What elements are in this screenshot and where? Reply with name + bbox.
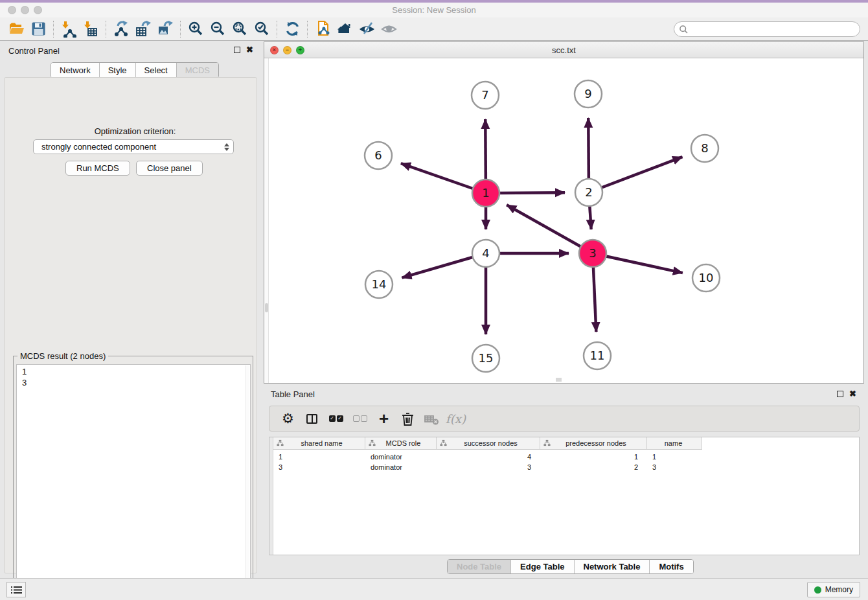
column-header-name[interactable]: name (647, 437, 702, 449)
column-header-MCDS-role[interactable]: MCDS role (365, 437, 437, 449)
list-icon (11, 586, 22, 594)
save-session-icon[interactable] (27, 19, 49, 39)
network-graph-canvas[interactable]: 7968124314101511 (264, 58, 863, 383)
float-panel-icon[interactable] (234, 47, 240, 53)
tab-edge-table[interactable]: Edge Table (511, 560, 574, 573)
table-row[interactable]: 3dominator323 (273, 462, 702, 472)
close-window-button[interactable] (8, 6, 16, 14)
window-traffic-lights[interactable] (8, 6, 42, 14)
mcds-result-textarea[interactable]: 13 (16, 364, 251, 600)
deselect-all-checks-icon[interactable] (349, 409, 371, 428)
graph-node-15[interactable]: 15 (472, 345, 499, 372)
export-network-icon[interactable] (110, 19, 132, 39)
cell-shared-name[interactable]: 1 (273, 452, 365, 462)
cell-name[interactable]: 3 (647, 462, 702, 472)
zoom-out-icon[interactable] (207, 19, 229, 39)
tab-network[interactable]: Network (51, 63, 100, 78)
result-scrollbar[interactable] (245, 365, 249, 600)
tab-network-table[interactable]: Network Table (575, 560, 650, 573)
edge-3-1[interactable] (507, 205, 593, 253)
cell-predecessor-nodes[interactable]: 1 (540, 452, 647, 462)
zoom-window-button[interactable] (34, 6, 42, 14)
select-all-checks-icon[interactable]: ✓✓ (325, 409, 347, 428)
float-table-panel-icon[interactable] (837, 391, 843, 397)
network-window-titlebar[interactable]: × − + scc.txt (264, 42, 863, 58)
memory-button[interactable]: Memory (807, 582, 860, 597)
view-minimize-button[interactable]: − (283, 46, 291, 54)
svg-text:4: 4 (482, 246, 489, 260)
cell-shared-name[interactable]: 3 (273, 462, 365, 472)
toolbar-separator (180, 21, 181, 38)
add-column-icon[interactable]: + (373, 409, 394, 428)
graph-node-14[interactable]: 14 (365, 271, 393, 298)
svg-text:9: 9 (584, 87, 591, 100)
search-field[interactable] (674, 21, 860, 37)
column-header-shared-name[interactable]: shared name (273, 437, 365, 449)
view-close-button[interactable]: × (270, 46, 279, 54)
close-panel-button[interactable]: Close panel (136, 161, 203, 176)
graph-node-4[interactable]: 4 (472, 240, 499, 267)
view-maximize-button[interactable]: + (296, 46, 304, 54)
tab-mcds[interactable]: MCDS (177, 63, 218, 78)
delete-table-icon (421, 409, 442, 428)
search-input[interactable] (689, 23, 860, 36)
close-panel-icon[interactable]: ✖ (246, 47, 253, 53)
run-mcds-button[interactable]: Run MCDS (65, 161, 130, 176)
graph-node-7[interactable]: 7 (472, 82, 499, 109)
task-history-button[interactable] (6, 582, 26, 597)
close-table-panel-icon[interactable]: ✖ (849, 391, 856, 397)
table-settings-gear-icon[interactable]: ⚙ (277, 409, 299, 428)
network-vertical-scrollbar[interactable] (264, 58, 269, 383)
graph-node-10[interactable]: 10 (692, 264, 720, 292)
optimization-criterion-select[interactable]: strongly connected component (33, 139, 234, 154)
clone-network-icon[interactable] (312, 19, 334, 39)
column-header-successor-nodes[interactable]: successor nodes (437, 437, 540, 449)
cell-MCDS-role[interactable]: dominator (365, 462, 437, 472)
zoom-selected-icon[interactable] (251, 19, 273, 39)
table-row[interactable]: 1dominator411 (273, 452, 702, 462)
optimization-criterion-label: Optimization criterion: (5, 126, 266, 136)
toolbar-separator (106, 21, 106, 38)
graph-node-11[interactable]: 11 (584, 342, 611, 369)
select-stepper-icon (224, 143, 229, 151)
mcds-result-title: MCDS result (2 nodes) (17, 351, 108, 361)
cell-MCDS-role[interactable]: dominator (365, 452, 437, 462)
edge-2-8[interactable] (589, 157, 682, 192)
open-file-icon[interactable] (5, 19, 27, 39)
zoom-fit-icon[interactable] (229, 19, 251, 39)
node-table[interactable]: shared nameMCDS rolesuccessor nodesprede… (269, 437, 860, 555)
export-table-icon[interactable] (132, 19, 154, 39)
graph-node-9[interactable]: 9 (575, 80, 602, 108)
refresh-icon[interactable] (281, 19, 303, 39)
cell-successor-nodes[interactable]: 3 (437, 462, 540, 472)
function-builder-icon: f(x) (445, 409, 466, 428)
graph-node-8[interactable]: 8 (691, 135, 718, 162)
zoom-in-icon[interactable] (185, 19, 207, 39)
graph-node-3[interactable]: 3 (579, 240, 606, 267)
network-horizontal-scroll-handle[interactable] (556, 378, 562, 382)
import-table-icon[interactable] (80, 19, 102, 39)
home-icon[interactable] (334, 19, 356, 39)
status-bar: Memory (0, 578, 868, 600)
graph-node-2[interactable]: 2 (575, 179, 602, 206)
minimize-window-button[interactable] (21, 6, 29, 14)
tab-node-table[interactable]: Node Table (448, 560, 511, 573)
tab-motifs[interactable]: Motifs (650, 560, 692, 573)
svg-text:7: 7 (481, 88, 488, 102)
table-tabs: Node TableEdge TableNetwork TableMotifs (447, 559, 694, 574)
toolbar-separator (277, 21, 277, 38)
cell-successor-nodes[interactable]: 4 (437, 452, 540, 462)
column-header-predecessor-nodes[interactable]: predecessor nodes (540, 437, 647, 449)
tab-style[interactable]: Style (100, 63, 136, 78)
show-graphics-icon[interactable] (378, 19, 400, 39)
graph-node-6[interactable]: 6 (365, 142, 392, 169)
delete-entry-icon[interactable] (397, 409, 418, 428)
graph-node-1[interactable]: 1 (472, 179, 499, 207)
cell-name[interactable]: 1 (647, 452, 702, 462)
tab-select[interactable]: Select (136, 63, 177, 78)
hide-graphics-icon[interactable] (356, 19, 378, 39)
cell-predecessor-nodes[interactable]: 2 (540, 462, 647, 472)
export-image-icon[interactable] (154, 19, 176, 39)
toggle-panes-icon[interactable] (301, 409, 323, 428)
import-network-icon[interactable] (58, 19, 80, 39)
